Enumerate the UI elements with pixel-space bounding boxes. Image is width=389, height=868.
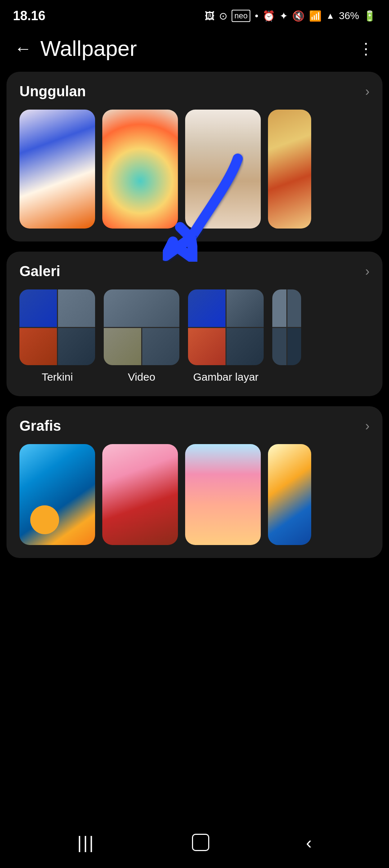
featured-wallpaper-1[interactable] <box>19 110 95 229</box>
grafis-title: Grafis <box>19 418 61 434</box>
galeri-section: Galeri › Terkini Video <box>6 252 383 396</box>
more-button[interactable]: ⋮ <box>358 39 375 58</box>
wifi-icon: 📶 <box>309 10 322 22</box>
unggulan-title: Unggulan <box>19 83 86 99</box>
video-cell-br <box>142 328 180 366</box>
video-label: Video <box>128 371 155 383</box>
grafis-wallpaper-1[interactable] <box>19 444 95 545</box>
terkini-cell-1 <box>19 289 57 327</box>
back-button[interactable]: ← <box>14 40 32 57</box>
back-button-nav[interactable]: ‹ <box>306 833 312 852</box>
video-thumb <box>104 289 179 365</box>
featured-wallpaper-2[interactable] <box>102 110 178 229</box>
recent-apps-icon: ||| <box>77 833 95 852</box>
grafis-chevron[interactable]: › <box>365 418 370 434</box>
home-button[interactable] <box>192 834 209 851</box>
terkini-cell-2 <box>58 289 95 327</box>
gambar-cell-2 <box>227 289 264 327</box>
page-title: Wallpaper <box>40 36 137 61</box>
gambar-thumb <box>188 289 264 365</box>
gambar-cell-1 <box>188 289 225 327</box>
terkini-cell-4 <box>58 328 95 366</box>
featured-wallpaper-3[interactable] <box>185 110 261 229</box>
grafis-row <box>19 444 370 545</box>
grafis-header: Grafis › <box>19 418 370 434</box>
back-nav-icon: ‹ <box>306 833 312 852</box>
status-time: 18.16 <box>13 8 45 23</box>
featured-wallpaper-4[interactable] <box>268 110 311 229</box>
gallery-item-terkini[interactable]: Terkini <box>19 289 95 383</box>
galeri-title: Galeri <box>19 263 60 279</box>
grafis-wallpaper-4[interactable] <box>268 444 311 545</box>
gallery-item-video[interactable]: Video <box>104 289 179 383</box>
partial-thumb <box>272 289 301 365</box>
gallery-row: Terkini Video Gambar layar <box>19 289 370 383</box>
gambar-label: Gambar layar <box>193 371 259 383</box>
neo-badge: neo <box>232 10 251 22</box>
gallery-item-partial[interactable] <box>272 289 301 383</box>
unggulan-row <box>19 110 370 229</box>
terkini-thumb <box>19 289 95 365</box>
status-bar: 18.16 🖼 ⊙ neo • ⏰ ✦ 🔇 📶 ▲ 36% 🔋 <box>0 0 389 29</box>
gambar-cell-4 <box>227 328 264 366</box>
battery-indicator: 36% <box>339 10 359 22</box>
unggulan-header: Unggulan › <box>19 83 370 99</box>
alarm-icon: ⏰ <box>263 10 275 22</box>
terkini-label: Terkini <box>42 371 73 383</box>
partial-cell-3 <box>272 328 286 366</box>
video-cell-bl <box>104 328 141 366</box>
video-grid <box>104 289 179 365</box>
battery-icon: 🔋 <box>363 10 376 22</box>
gallery-item-gambar[interactable]: Gambar layar <box>188 289 264 383</box>
nav-left: ← Wallpaper <box>14 36 137 61</box>
partial-cell-4 <box>287 328 301 366</box>
bottom-nav: ||| ‹ <box>0 821 389 868</box>
mute-icon: 🔇 <box>292 10 305 22</box>
gambar-cell-3 <box>188 328 225 366</box>
signal-icon: ▲ <box>326 11 335 21</box>
dot-icon: • <box>255 10 258 22</box>
photo-icon: 🖼 <box>205 10 215 22</box>
partial-cell-1 <box>272 289 286 327</box>
status-icons: 🖼 ⊙ neo • ⏰ ✦ 🔇 📶 ▲ 36% 🔋 <box>205 10 376 22</box>
grafis-section: Grafis › <box>6 406 383 558</box>
top-nav: ← Wallpaper ⋮ <box>0 29 389 72</box>
terkini-cell-3 <box>19 328 57 366</box>
grafis-wallpaper-3[interactable] <box>185 444 261 545</box>
recent-apps-button[interactable]: ||| <box>77 833 95 852</box>
home-icon <box>192 834 209 851</box>
connected-icon: ⊙ <box>219 10 227 22</box>
grafis-wallpaper-2[interactable] <box>102 444 178 545</box>
video-cell-top <box>104 289 179 327</box>
unggulan-chevron[interactable]: › <box>365 84 370 99</box>
galeri-chevron[interactable]: › <box>365 264 370 279</box>
bluetooth-icon: ✦ <box>280 10 288 22</box>
bottom-spacer <box>0 568 389 640</box>
partial-cell-2 <box>287 289 301 327</box>
unggulan-section: Unggulan › <box>6 72 383 242</box>
galeri-header: Galeri › <box>19 263 370 279</box>
